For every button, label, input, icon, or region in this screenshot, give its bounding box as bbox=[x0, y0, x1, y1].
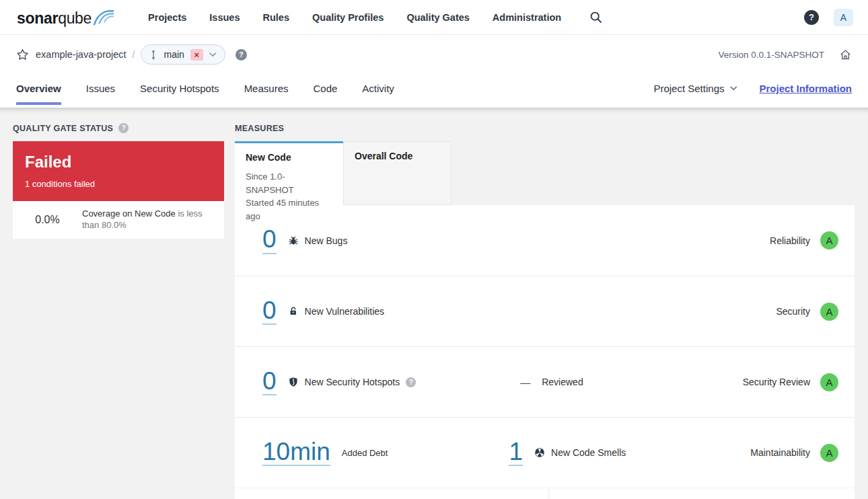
logo-text-qube: qube bbox=[58, 9, 92, 27]
measure-row-maintainability: 10min Added Debt 1 bbox=[235, 417, 855, 488]
top-navigation: sonarqube Projects Issues Rules Quality … bbox=[0, 0, 868, 35]
coverage-panel-partial bbox=[235, 488, 548, 499]
tab-security-hotspots[interactable]: Security Hotspots bbox=[140, 83, 219, 105]
tab-code[interactable]: Code bbox=[313, 83, 337, 105]
open-lock-icon bbox=[288, 306, 299, 317]
nav-item-quality-profiles[interactable]: Quality Profiles bbox=[312, 12, 384, 23]
breadcrumb: example-java-project / main × ? Version … bbox=[0, 35, 868, 74]
maintainability-rating-badge: A bbox=[820, 444, 838, 462]
security-hotspots-help-icon[interactable]: ? bbox=[406, 377, 416, 387]
new-vulnerabilities-label-group: New Vulnerabilities bbox=[288, 306, 385, 317]
next-measures-section bbox=[235, 488, 855, 499]
logo-text: sonarqube bbox=[17, 11, 92, 26]
nav-item-quality-gates[interactable]: Quality Gates bbox=[406, 12, 469, 23]
measures-title: MEASURES bbox=[235, 124, 284, 133]
new-vulnerabilities-count[interactable]: 0 bbox=[262, 298, 277, 325]
tabbar-right-group: Project Settings Project Information bbox=[653, 74, 852, 94]
reviewed-group: — Reviewed bbox=[520, 377, 583, 388]
nav-item-issues[interactable]: Issues bbox=[209, 12, 240, 23]
reliability-label: Reliability bbox=[770, 235, 810, 246]
overall-code-tab-label: Overall Code bbox=[355, 151, 440, 161]
branch-icon bbox=[149, 50, 157, 60]
project-tabbar: Overview Issues Security Hotspots Measur… bbox=[0, 74, 868, 108]
home-icon[interactable] bbox=[839, 48, 852, 61]
tab-activity[interactable]: Activity bbox=[362, 83, 394, 105]
tab-overview[interactable]: Overview bbox=[16, 83, 61, 105]
added-debt-value[interactable]: 10min bbox=[262, 439, 330, 467]
condition-description: Coverage on New Code is less than 80.0% bbox=[82, 208, 224, 231]
quality-gate-title: QUALITY GATE STATUS bbox=[13, 124, 113, 133]
quality-gate-status: Failed bbox=[25, 154, 212, 170]
project-version: Version 0.0.1-SNAPSHOT bbox=[718, 50, 824, 60]
branch-help-icon[interactable]: ? bbox=[236, 49, 247, 61]
security-rating-badge: A bbox=[820, 303, 838, 321]
shield-icon bbox=[288, 377, 299, 387]
nav-item-rules[interactable]: Rules bbox=[263, 12, 290, 23]
branch-chevron-down-icon bbox=[209, 52, 217, 57]
maintainability-rating-group: Maintainability A bbox=[750, 444, 838, 462]
nav-right-group: ? A bbox=[804, 9, 853, 26]
security-review-rating-badge: A bbox=[820, 373, 838, 391]
duplications-panel-partial bbox=[550, 488, 855, 499]
reviewed-label: Reviewed bbox=[542, 377, 583, 387]
new-bugs-label: New Bugs bbox=[305, 235, 348, 246]
tab-measures[interactable]: Measures bbox=[244, 83, 289, 105]
branch-name: main bbox=[164, 49, 184, 60]
failed-condition-row[interactable]: 0.0% Coverage on New Code is less than 8… bbox=[13, 201, 224, 239]
measures-header: MEASURES bbox=[235, 123, 855, 133]
new-bugs-count[interactable]: 0 bbox=[262, 227, 277, 254]
new-security-hotspots-label: New Security Hotspots bbox=[305, 377, 400, 387]
code-smell-icon bbox=[534, 447, 545, 458]
search-icon[interactable] bbox=[589, 11, 603, 24]
project-information-link[interactable]: Project Information bbox=[759, 83, 852, 94]
nav-item-projects[interactable]: Projects bbox=[148, 12, 186, 23]
new-code-smells-label: New Code Smells bbox=[551, 447, 626, 458]
reviewed-value: — bbox=[520, 377, 530, 388]
added-debt-label: Added Debt bbox=[342, 448, 388, 458]
security-review-rating-group: Security Review A bbox=[743, 373, 838, 391]
overview-content: QUALITY GATE STATUS ? Failed 1 condition… bbox=[0, 108, 868, 499]
new-code-smells-count[interactable]: 1 bbox=[509, 439, 523, 467]
reliability-rating-group: Reliability A bbox=[770, 231, 838, 250]
security-label: Security bbox=[776, 306, 810, 317]
new-code-started: Started 45 minutes ago bbox=[246, 196, 332, 223]
new-code-smells-group: 1 New Code Smells bbox=[509, 439, 626, 467]
new-security-hotspots-label-group: New Security Hotspots ? bbox=[288, 377, 417, 387]
measures-tab-new-code[interactable]: New Code Since 1.0-SNAPSHOT Started 45 m… bbox=[235, 141, 343, 205]
measures-tab-overall-code[interactable]: Overall Code bbox=[343, 141, 451, 205]
measures-tabs: New Code Since 1.0-SNAPSHOT Started 45 m… bbox=[235, 141, 855, 205]
measures-panel: MEASURES New Code Since 1.0-SNAPSHOT Sta… bbox=[235, 123, 855, 499]
project-tabs: Overview Issues Security Hotspots Measur… bbox=[16, 74, 394, 105]
help-icon[interactable]: ? bbox=[804, 10, 819, 25]
quality-gate-help-icon[interactable]: ? bbox=[118, 123, 129, 133]
bug-icon bbox=[288, 235, 299, 246]
condition-metric: Coverage on New Code bbox=[82, 208, 176, 219]
new-security-hotspots-count[interactable]: 0 bbox=[262, 369, 277, 396]
project-settings-label: Project Settings bbox=[653, 83, 724, 94]
branch-badge-icon[interactable]: × bbox=[190, 49, 203, 61]
quality-gate-header: QUALITY GATE STATUS ? bbox=[13, 123, 224, 133]
condition-value: 0.0% bbox=[13, 214, 82, 226]
quality-gate-status-badge: Failed 1 conditions failed bbox=[13, 141, 224, 201]
breadcrumb-right-group: Version 0.0.1-SNAPSHOT bbox=[718, 48, 852, 61]
branch-selector[interactable]: main × bbox=[141, 44, 225, 65]
breadcrumb-separator: / bbox=[133, 49, 135, 60]
added-debt-label-group: Added Debt bbox=[342, 448, 388, 458]
favorite-star-icon[interactable] bbox=[16, 48, 29, 61]
new-code-tab-label: New Code bbox=[246, 152, 332, 163]
quality-gate-conditions-summary: 1 conditions failed bbox=[25, 179, 212, 189]
new-vulnerabilities-label: New Vulnerabilities bbox=[305, 306, 385, 317]
sonarqube-logo[interactable]: sonarqube bbox=[17, 6, 114, 29]
security-rating-group: Security A bbox=[776, 303, 838, 321]
tab-issues[interactable]: Issues bbox=[86, 83, 115, 105]
user-avatar[interactable]: A bbox=[834, 9, 853, 26]
new-bugs-label-group: New Bugs bbox=[288, 235, 348, 246]
security-review-label: Security Review bbox=[743, 377, 810, 387]
reliability-rating-badge: A bbox=[820, 231, 838, 250]
project-name[interactable]: example-java-project bbox=[36, 49, 126, 60]
maintainability-label: Maintainability bbox=[750, 447, 810, 458]
nav-item-administration[interactable]: Administration bbox=[493, 12, 561, 23]
project-settings-dropdown[interactable]: Project Settings bbox=[653, 83, 737, 94]
measure-row-security: 0 New Vulnerabilities Security A bbox=[235, 276, 855, 346]
project-settings-chevron-down-icon bbox=[730, 86, 737, 91]
